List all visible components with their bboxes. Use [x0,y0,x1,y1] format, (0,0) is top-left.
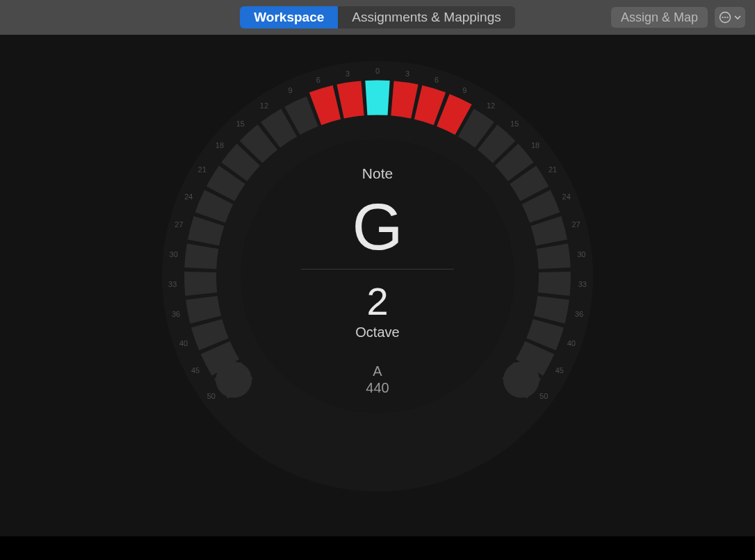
tuner-tick-label: 27 [571,220,580,229]
octave-value: 2 [366,279,388,323]
tuner-tick-label: 15 [510,120,519,128]
tuner-tick-label: 9 [289,86,293,94]
svg-point-2 [724,17,726,18]
tuner-tick-label: 45 [191,366,200,374]
tuner-indicator-center [365,80,389,115]
tuner-tick-label: 18 [531,141,539,149]
tuner-tick-label: 3 [405,69,409,78]
tuner-tick-label: 36 [172,310,180,318]
tab-assignments-mappings[interactable]: Assignments & Mappings [338,6,514,28]
tuner-tick-label: 21 [198,165,206,174]
tuner-tick-label: 12 [487,101,495,110]
tuner-tick-label: 6 [435,76,439,84]
tuner-tick-label: 0 [375,67,380,75]
tuner-tick-label: 45 [555,366,564,374]
tuner-tick-label: 33 [168,280,177,288]
tuner-end-knob-left [216,362,252,398]
ellipsis-circle-icon [719,11,731,24]
more-options-button[interactable] [715,7,745,28]
tuner-tick-label: 18 [216,141,224,149]
svg-point-3 [726,17,728,18]
tuner-tick-label: 21 [549,165,557,174]
tuner-tick-segment [184,272,217,296]
reference-freq: 440 [366,380,389,395]
tuner-tick-label: 12 [260,101,268,110]
tuner-end-knob-right [503,362,539,398]
toolbar-right: Assign & Map [611,7,745,28]
tuner-tick-label: 6 [316,76,320,84]
tuner-tick-label: 9 [462,86,466,94]
view-segmented-control: Workspace Assignments & Mappings [240,6,514,28]
tuner-tick-label: 40 [567,339,576,347]
tuner-tick-label: 50 [539,392,548,400]
tuner-gauge[interactable]: 5045403633302724211815129630369121518212… [141,40,614,512]
tuner-tick-segment [538,272,571,296]
note-value: G [352,190,403,263]
tuner-tick-label: 36 [575,310,583,318]
tuner-tick-label: 30 [577,250,585,258]
bottom-band [0,536,755,560]
tab-workspace[interactable]: Workspace [240,6,338,28]
tuner-tick-label: 15 [236,120,245,128]
octave-label: Octave [355,324,399,340]
toolbar: Workspace Assignments & Mappings Assign … [0,0,755,35]
note-label: Note [362,165,393,181]
assign-map-button[interactable]: Assign & Map [611,7,708,28]
tuner-tick-label: 27 [174,220,183,229]
tuner-tick-label: 50 [207,392,216,400]
tuner-tick-label: 3 [346,69,350,78]
tuner-tick-label: 24 [562,192,571,201]
workspace-stage: 5045403633302724211815129630369121518212… [0,35,755,536]
chevron-down-icon [734,15,741,20]
reference-note: A [373,363,382,379]
tuner-tick-label: 30 [170,250,178,258]
tuner-tick-label: 40 [179,339,188,347]
tuner-tick-label: 24 [184,192,193,201]
svg-point-1 [722,17,723,18]
tuner-tick-label: 33 [578,280,587,288]
